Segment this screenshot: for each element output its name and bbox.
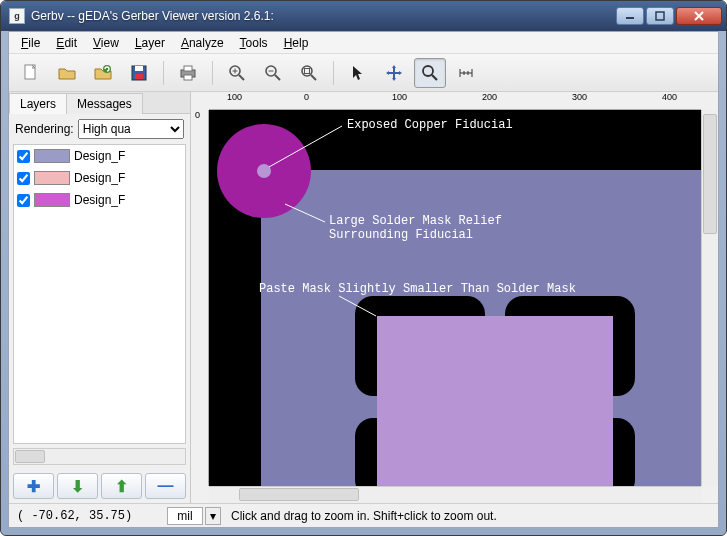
unit-input[interactable] bbox=[167, 507, 203, 525]
layer-add-button[interactable]: ✚ bbox=[13, 473, 54, 499]
sidebar-tabs: Layers Messages bbox=[9, 92, 190, 114]
annotation-relief: Large Solder Mask Relief Surrounding Fid… bbox=[329, 214, 502, 242]
menu-tools[interactable]: Tools bbox=[234, 34, 274, 52]
svg-rect-7 bbox=[135, 66, 143, 71]
unit-dropdown-button[interactable]: ▾ bbox=[205, 507, 221, 525]
close-button[interactable] bbox=[676, 7, 722, 25]
svg-line-20 bbox=[311, 75, 316, 80]
separator bbox=[163, 61, 164, 85]
separator bbox=[333, 61, 334, 85]
layer-remove-button[interactable]: — bbox=[145, 473, 186, 499]
separator bbox=[212, 61, 213, 85]
revert-button[interactable] bbox=[87, 58, 119, 88]
pan-tool-button[interactable] bbox=[378, 58, 410, 88]
layer-name: Design_F bbox=[74, 193, 125, 207]
svg-rect-8 bbox=[135, 74, 143, 79]
status-coords: ( -70.62, 35.75) bbox=[17, 509, 157, 523]
zoom-region-tool-button[interactable] bbox=[414, 58, 446, 88]
layer-row[interactable]: Design_F bbox=[14, 189, 185, 211]
ruler-tick: 0 bbox=[304, 92, 309, 102]
layer-checkbox[interactable] bbox=[17, 150, 30, 163]
body: Layers Messages Rendering: High qua Desi… bbox=[9, 92, 718, 503]
toolbar bbox=[9, 54, 718, 92]
ruler-tick: 100 bbox=[392, 92, 407, 102]
layer-name: Design_F bbox=[74, 149, 125, 163]
layer-row[interactable]: Design_F bbox=[14, 145, 185, 167]
svg-rect-1 bbox=[656, 12, 664, 20]
svg-point-22 bbox=[423, 66, 433, 76]
pointer-tool-button[interactable] bbox=[342, 58, 374, 88]
paste-mask bbox=[377, 316, 613, 486]
layer-up-button[interactable]: ⬆ bbox=[101, 473, 142, 499]
menu-view[interactable]: View bbox=[87, 34, 125, 52]
zoom-fit-button[interactable] bbox=[293, 58, 325, 88]
ruler-tick: 400 bbox=[662, 92, 677, 102]
menu-help[interactable]: Help bbox=[278, 34, 315, 52]
new-button[interactable] bbox=[15, 58, 47, 88]
layer-swatch[interactable] bbox=[34, 171, 70, 185]
svg-line-13 bbox=[239, 75, 244, 80]
hscroll-row bbox=[191, 486, 718, 503]
tab-messages[interactable]: Messages bbox=[66, 93, 143, 114]
ruler-horizontal: 100 0 100 200 300 400 bbox=[209, 92, 701, 110]
rendering-label: Rendering: bbox=[15, 122, 74, 136]
ruler-tick: 200 bbox=[482, 92, 497, 102]
inner-frame: File Edit View Layer Analyze Tools Help bbox=[8, 31, 719, 528]
svg-rect-11 bbox=[184, 75, 192, 80]
svg-rect-10 bbox=[184, 66, 192, 71]
canvas-area: 100 0 100 200 300 400 0 bbox=[191, 92, 718, 503]
layer-buttons: ✚ ⬇ ⬆ — bbox=[9, 469, 190, 503]
svg-rect-21 bbox=[305, 68, 310, 73]
menubar: File Edit View Layer Analyze Tools Help bbox=[9, 32, 718, 54]
scrollbar-corner bbox=[191, 486, 209, 503]
layer-row[interactable]: Design_F bbox=[14, 167, 185, 189]
menu-layer[interactable]: Layer bbox=[129, 34, 171, 52]
print-button[interactable] bbox=[172, 58, 204, 88]
tab-layers[interactable]: Layers bbox=[9, 93, 67, 114]
zoom-in-button[interactable] bbox=[221, 58, 253, 88]
rendering-row: Rendering: High qua bbox=[9, 114, 190, 144]
layer-swatch[interactable] bbox=[34, 193, 70, 207]
statusbar: ( -70.62, 35.75) ▾ Click and drag to zoo… bbox=[9, 503, 718, 527]
menu-edit[interactable]: Edit bbox=[50, 34, 83, 52]
measure-tool-button[interactable] bbox=[450, 58, 482, 88]
sidebar-hscroll[interactable] bbox=[13, 448, 186, 465]
svg-point-19 bbox=[302, 66, 312, 76]
scrollbar-thumb[interactable] bbox=[239, 488, 359, 501]
canvas-viewport[interactable]: Exposed Copper Fiducial Large Solder Mas… bbox=[209, 110, 701, 486]
window-buttons bbox=[616, 7, 722, 25]
layer-checkbox[interactable] bbox=[17, 172, 30, 185]
scrollbar-vertical[interactable] bbox=[701, 110, 718, 486]
scrollbar-horizontal[interactable] bbox=[209, 486, 701, 503]
rendering-select[interactable]: High qua bbox=[78, 119, 184, 139]
titlebar[interactable]: g Gerbv -- gEDA's Gerber Viewer version … bbox=[1, 1, 726, 31]
maximize-button[interactable] bbox=[646, 7, 674, 25]
ruler-tick: 300 bbox=[572, 92, 587, 102]
zoom-out-button[interactable] bbox=[257, 58, 289, 88]
app-window: g Gerbv -- gEDA's Gerber Viewer version … bbox=[0, 0, 727, 536]
menu-file[interactable]: File bbox=[15, 34, 46, 52]
open-button[interactable] bbox=[51, 58, 83, 88]
menu-analyze[interactable]: Analyze bbox=[175, 34, 230, 52]
window-title: Gerbv -- gEDA's Gerber Viewer version 2.… bbox=[31, 9, 616, 23]
layer-checkbox[interactable] bbox=[17, 194, 30, 207]
canvas-row: 0 bbox=[191, 110, 718, 486]
ruler-vertical: 0 bbox=[191, 110, 209, 486]
unit-selector: ▾ bbox=[167, 507, 221, 525]
status-hint: Click and drag to zoom in. Shift+click t… bbox=[231, 509, 710, 523]
ruler-tick: 100 bbox=[227, 92, 242, 102]
annotation-paste: Paste Mask Slightly Smaller Than Solder … bbox=[259, 282, 576, 296]
scrollbar-thumb[interactable] bbox=[15, 450, 45, 463]
layer-swatch[interactable] bbox=[34, 149, 70, 163]
layer-down-button[interactable]: ⬇ bbox=[57, 473, 98, 499]
svg-point-5 bbox=[103, 65, 111, 73]
scrollbar-thumb[interactable] bbox=[703, 114, 717, 234]
svg-line-23 bbox=[432, 75, 437, 80]
ruler-tick: 0 bbox=[195, 110, 200, 120]
left-panel: Layers Messages Rendering: High qua Desi… bbox=[9, 92, 191, 503]
save-button[interactable] bbox=[123, 58, 155, 88]
minimize-button[interactable] bbox=[616, 7, 644, 25]
svg-line-17 bbox=[275, 75, 280, 80]
app-icon: g bbox=[9, 8, 25, 24]
fiducial-circle bbox=[217, 124, 311, 218]
